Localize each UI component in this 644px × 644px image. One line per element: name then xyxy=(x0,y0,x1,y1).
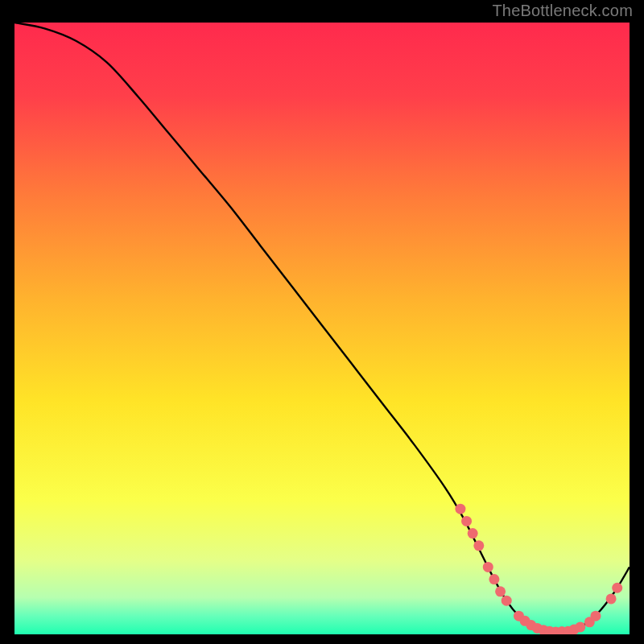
data-marker xyxy=(473,540,484,551)
data-marker xyxy=(461,516,472,526)
data-marker xyxy=(502,596,512,606)
data-marker xyxy=(590,611,601,621)
attribution-text: TheBottleneck.com xyxy=(492,2,633,20)
data-marker xyxy=(575,621,585,632)
data-marker xyxy=(468,528,478,539)
data-marker xyxy=(455,504,465,514)
data-marker xyxy=(483,562,493,572)
data-marker xyxy=(495,586,506,597)
gradient-background xyxy=(14,23,630,634)
chart-container: TheBottleneck.com xyxy=(0,0,644,644)
plot-area xyxy=(14,23,630,634)
chart-svg xyxy=(14,23,630,634)
data-marker xyxy=(489,574,499,584)
data-marker xyxy=(612,583,622,593)
data-marker xyxy=(606,593,617,604)
